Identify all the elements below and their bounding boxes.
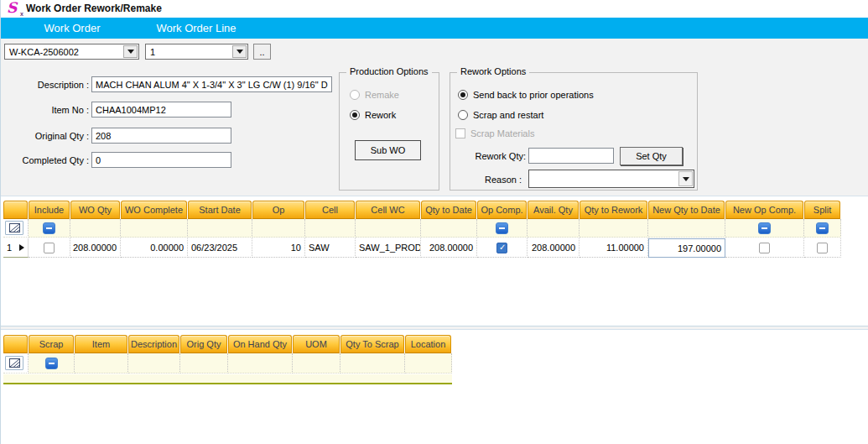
chevron-down-icon bbox=[683, 177, 689, 181]
app-icon: S x bbox=[7, 1, 22, 16]
cell-avail-qty[interactable]: 208.00000 bbox=[528, 238, 580, 258]
titlebar: S x Work Order Rework/Remake bbox=[1, 0, 868, 18]
column-header-include[interactable]: Include bbox=[29, 201, 70, 219]
filter-cell-include bbox=[29, 219, 70, 238]
current-row-indicator-icon bbox=[19, 244, 24, 251]
rework-qty-input[interactable] bbox=[528, 148, 614, 164]
row-header[interactable]: 1 bbox=[3, 238, 29, 258]
column-header-location[interactable]: Location bbox=[405, 335, 451, 353]
scrap-restart-radio[interactable] bbox=[458, 110, 468, 120]
column-header-on-hand-qty[interactable]: On Hand Qty bbox=[228, 335, 292, 353]
column-header-new-op-comp[interactable]: New Op Comp. bbox=[725, 201, 803, 219]
new-op-comp-checkbox[interactable] bbox=[759, 243, 770, 253]
column-header-description[interactable]: Description bbox=[128, 335, 179, 353]
description-label: Description : bbox=[1, 80, 89, 90]
minus-filter-icon[interactable] bbox=[45, 358, 58, 369]
add-row-strip[interactable] bbox=[3, 374, 452, 384]
remake-radio bbox=[350, 90, 360, 100]
filter-cell-description bbox=[128, 353, 180, 373]
cell-op-comp[interactable] bbox=[477, 238, 528, 258]
minus-filter-icon[interactable] bbox=[816, 222, 829, 234]
filter-cell-orig-qty bbox=[180, 353, 228, 373]
scrap-materials-label: Scrap Materials bbox=[470, 128, 534, 138]
filter-cell-new-qty-to-date bbox=[648, 219, 725, 238]
column-header-cell[interactable]: Cell bbox=[305, 201, 355, 219]
reason-label: Reason : bbox=[450, 175, 522, 185]
cell-split[interactable] bbox=[804, 238, 841, 258]
clear-filter-button[interactable] bbox=[5, 356, 23, 370]
chevron-down-icon bbox=[236, 50, 243, 54]
cell-start-date[interactable]: 06/23/2025 bbox=[188, 238, 252, 258]
sub-wo-button[interactable]: Sub WO bbox=[355, 140, 421, 160]
operations-filter-row bbox=[3, 219, 841, 238]
cell-include[interactable] bbox=[29, 238, 70, 258]
reason-combo[interactable] bbox=[528, 170, 694, 188]
cell-cell-wc[interactable]: SAW_1_PROD bbox=[356, 238, 421, 258]
reason-dropdown-button[interactable] bbox=[678, 171, 693, 186]
minus-filter-icon[interactable] bbox=[43, 222, 55, 234]
set-qty-button[interactable]: Set Qty bbox=[620, 147, 683, 165]
column-header-item[interactable]: Item bbox=[75, 335, 127, 353]
filter-cell-wo-complete bbox=[121, 219, 188, 238]
split-checkbox[interactable] bbox=[817, 243, 828, 253]
column-header-qty-to-rework[interactable]: Qty to Rework bbox=[580, 201, 647, 219]
cell-qty-to-rework[interactable]: 11.00000 bbox=[580, 238, 648, 258]
column-header-qty-to-date[interactable]: Qty to Date bbox=[421, 201, 476, 219]
work-order-line-value: 1 bbox=[150, 47, 155, 57]
cell-op[interactable]: 10 bbox=[252, 238, 305, 258]
column-header-uom[interactable]: UOM bbox=[293, 335, 340, 353]
work-order-combo[interactable]: W-KCA-2506002 bbox=[4, 44, 139, 60]
column-header-op[interactable]: Op bbox=[252, 201, 304, 219]
column-header-wo-qty[interactable]: WO Qty bbox=[70, 201, 120, 219]
work-order-line-dropdown-button[interactable] bbox=[232, 45, 247, 58]
column-header-new-qty-to-date[interactable]: New Qty to Date bbox=[648, 201, 725, 219]
operations-header-row: Include WO Qty WO Complete Start Date Op… bbox=[3, 201, 841, 219]
work-order-dropdown-button[interactable] bbox=[123, 45, 138, 58]
row-number: 1 bbox=[7, 243, 12, 253]
op-comp-checkbox[interactable] bbox=[496, 243, 507, 253]
column-header-scrap[interactable]: Scrap bbox=[29, 335, 74, 353]
column-header-orig-qty[interactable]: Orig Qty bbox=[180, 335, 227, 353]
cell-new-op-comp[interactable] bbox=[725, 238, 804, 258]
cell-wo-complete[interactable]: 0.00000 bbox=[121, 238, 188, 258]
filter-cell-op bbox=[252, 219, 305, 238]
filter-cell-avail-qty bbox=[528, 219, 580, 238]
operations-grid: Include WO Qty WO Complete Start Date Op… bbox=[1, 196, 868, 326]
materials-filter-row bbox=[3, 353, 452, 373]
accent-header-bar: Work Order Work Order Line bbox=[1, 18, 868, 39]
cell-wo-qty[interactable]: 208.00000 bbox=[70, 238, 121, 258]
work-order-value: W-KCA-2506002 bbox=[9, 47, 79, 57]
operations-data-row: 1 208.00000 0.00000 06/23/2025 10 SAW SA… bbox=[3, 238, 841, 258]
original-qty-field[interactable] bbox=[91, 128, 231, 144]
column-header-avail-qty[interactable]: Avail. Qty bbox=[528, 201, 579, 219]
original-qty-label: Original Qty : bbox=[1, 131, 89, 141]
cell-new-qty-to-date[interactable]: 197.00000 bbox=[648, 238, 725, 258]
completed-qty-field[interactable] bbox=[91, 152, 231, 168]
item-no-field[interactable] bbox=[91, 102, 231, 118]
rework-options-title: Rework Options bbox=[457, 66, 529, 76]
send-back-label: Send back to prior operations bbox=[473, 90, 594, 100]
clear-filter-button[interactable] bbox=[5, 221, 23, 235]
chevron-down-icon bbox=[127, 50, 134, 54]
include-checkbox[interactable] bbox=[44, 243, 55, 253]
filter-cell-item bbox=[75, 353, 128, 373]
cell-qty-to-date[interactable]: 208.00000 bbox=[421, 238, 477, 258]
cell-cell[interactable]: SAW bbox=[305, 238, 356, 258]
column-header-row-selector[interactable] bbox=[3, 201, 28, 219]
column-header-cell-wc[interactable]: Cell WC bbox=[356, 201, 420, 219]
rework-radio[interactable] bbox=[350, 110, 360, 120]
column-header-op-comp[interactable]: Op Comp. bbox=[477, 201, 527, 219]
minus-filter-icon[interactable] bbox=[496, 222, 508, 234]
column-header-qty-to-scrap[interactable]: Qty To Scrap bbox=[340, 335, 404, 353]
description-field[interactable] bbox=[91, 76, 332, 92]
browse-button[interactable]: .. bbox=[253, 44, 271, 60]
minus-filter-icon[interactable] bbox=[758, 222, 771, 234]
production-options-title: Production Options bbox=[346, 66, 432, 76]
column-header-wo-complete[interactable]: WO Complete bbox=[121, 201, 187, 219]
column-header-row-selector[interactable] bbox=[3, 335, 28, 353]
work-order-line-combo[interactable]: 1 bbox=[145, 44, 248, 60]
send-back-radio[interactable] bbox=[458, 90, 468, 100]
filter-row-header-cell bbox=[3, 219, 29, 238]
column-header-split[interactable]: Split bbox=[804, 201, 840, 219]
column-header-start-date[interactable]: Start Date bbox=[188, 201, 252, 219]
